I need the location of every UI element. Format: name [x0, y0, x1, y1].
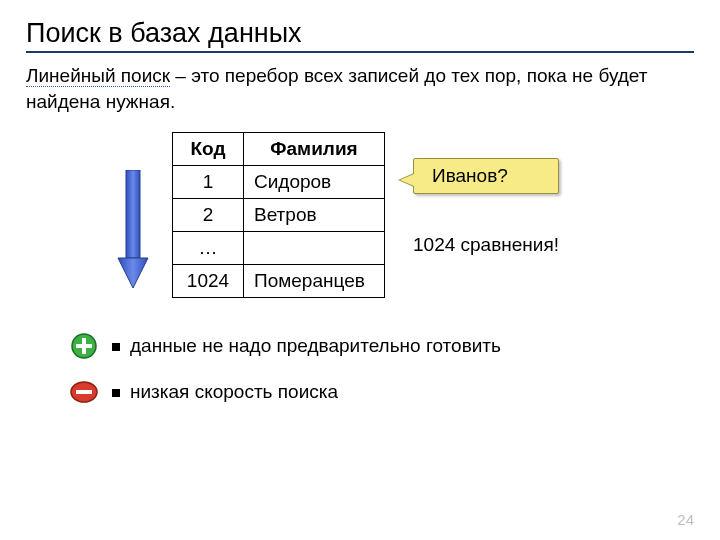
- minus-icon: [70, 378, 98, 406]
- cell-name: Ветров: [244, 199, 385, 232]
- cell-code: 1024: [173, 265, 244, 298]
- cell-name: [244, 232, 385, 265]
- header-code: Код: [173, 133, 244, 166]
- down-arrow-icon: [116, 132, 152, 294]
- bullet-minus-text: низкая скорость поиска: [112, 381, 338, 403]
- callout-text: Иванов?: [432, 165, 508, 186]
- svg-rect-6: [76, 390, 92, 394]
- bullet-plus-text: данные не надо предварительно готовить: [112, 335, 501, 357]
- table-row: …: [173, 232, 385, 265]
- svg-rect-4: [76, 344, 92, 348]
- bullet-plus-row: данные не надо предварительно готовить: [70, 332, 694, 360]
- bullet-marker: [112, 343, 120, 351]
- comparison-text: 1024 сравнения!: [413, 234, 559, 256]
- bullet-plus-label: данные не надо предварительно готовить: [130, 335, 501, 356]
- cell-code: …: [173, 232, 244, 265]
- term: Линейный поиск: [26, 65, 170, 87]
- plus-icon: [70, 332, 98, 360]
- table-row: 1024 Померанцев: [173, 265, 385, 298]
- intro-text: Линейный поиск – это перебор всех записе…: [26, 63, 694, 114]
- table-row: 1 Сидоров: [173, 166, 385, 199]
- data-table: Код Фамилия 1 Сидоров 2 Ветров … 1024 По…: [172, 132, 385, 298]
- page-number: 24: [677, 511, 694, 528]
- bullet-minus-label: низкая скорость поиска: [130, 381, 338, 402]
- cell-name: Померанцев: [244, 265, 385, 298]
- table-row: 2 Ветров: [173, 199, 385, 232]
- svg-marker-1: [118, 258, 148, 288]
- cell-code: 1: [173, 166, 244, 199]
- cell-name: Сидоров: [244, 166, 385, 199]
- bullet-marker: [112, 389, 120, 397]
- header-name: Фамилия: [244, 133, 385, 166]
- svg-rect-0: [126, 170, 140, 258]
- callout-bubble: Иванов?: [413, 158, 559, 194]
- bullet-minus-row: низкая скорость поиска: [70, 378, 694, 406]
- page-title: Поиск в базах данных: [26, 18, 694, 53]
- cell-code: 2: [173, 199, 244, 232]
